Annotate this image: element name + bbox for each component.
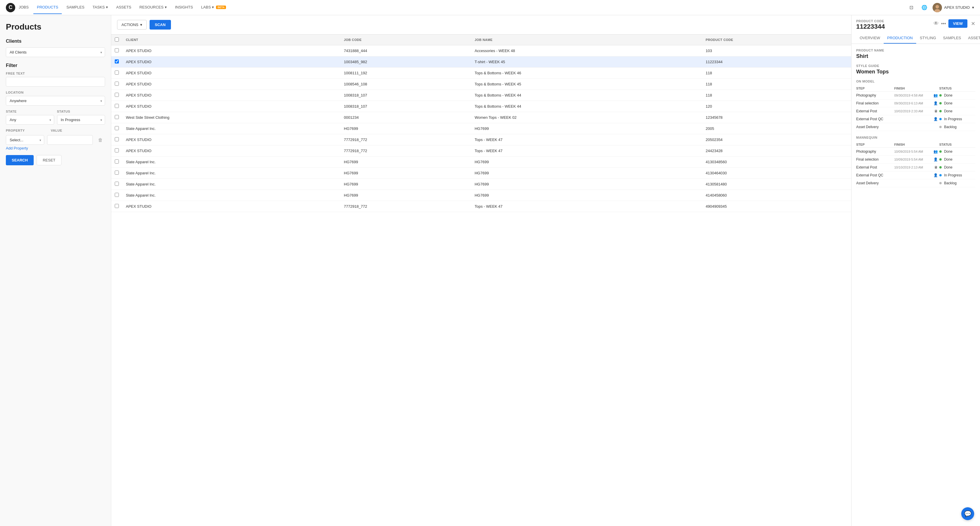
- table-row[interactable]: Slate Apparel Inc. HG7699 HG7699 4130581…: [111, 179, 851, 190]
- tab-production[interactable]: PRODUCTION: [884, 33, 916, 44]
- nav-item-insights[interactable]: INSIGHTS: [172, 1, 196, 14]
- table-row[interactable]: Slate Apparel Inc. HG7699 HG7699 4130464…: [111, 168, 851, 179]
- table-row[interactable]: APEX STUDIO 7772918_772 Tops - WEEK 47 4…: [111, 201, 851, 212]
- table-row[interactable]: APEX STUDIO 1008318_107 Tops & Bottoms -…: [111, 90, 851, 101]
- delete-property-button[interactable]: 🗑: [96, 135, 105, 145]
- globe-icon-btn[interactable]: 🌐: [920, 3, 929, 12]
- row-checkbox[interactable]: [115, 115, 119, 119]
- table-row[interactable]: APEX STUDIO 1008318_107 Tops & Bottoms -…: [111, 101, 851, 112]
- chat-button[interactable]: 💬: [961, 507, 974, 520]
- state-select[interactable]: Any: [6, 115, 54, 125]
- row-job-name: HG7699: [471, 168, 702, 179]
- table-row[interactable]: Slate Apparel Inc. HG7699 HG7699 2005: [111, 123, 851, 134]
- mannequin-status-col: STATUS: [939, 141, 975, 148]
- row-checkbox[interactable]: [115, 126, 119, 130]
- property-select[interactable]: Select...: [6, 135, 44, 145]
- row-checkbox[interactable]: [115, 148, 119, 153]
- table-row[interactable]: West Side Street Clothing 0001234 Women …: [111, 112, 851, 123]
- eye-icon-btn[interactable]: 👁: [934, 21, 939, 27]
- reset-button[interactable]: RESET: [37, 155, 62, 165]
- nav-item-tasks[interactable]: TASKS ▾: [89, 1, 111, 14]
- table-row[interactable]: APEX STUDIO 1003485_982 T-shirt - WEEK 4…: [111, 56, 851, 68]
- tab-overview[interactable]: OVERVIEW: [856, 33, 884, 44]
- row-checkbox[interactable]: [115, 204, 119, 208]
- nav-item-jobs[interactable]: JOBS: [15, 1, 32, 14]
- row-job-code: 7772918_772: [340, 134, 471, 145]
- on-model-step-row: External Post QC 👤 In Progress: [856, 115, 975, 123]
- row-checkbox-cell: [111, 123, 123, 134]
- row-checkbox[interactable]: [115, 93, 119, 97]
- row-job-name: HG7699: [471, 179, 702, 190]
- user-area[interactable]: APEX STUDIO ▾: [932, 3, 974, 12]
- close-panel-btn[interactable]: ✕: [971, 21, 975, 27]
- table-row[interactable]: APEX STUDIO 7431888_444 Accessories - WE…: [111, 45, 851, 56]
- row-job-name: HG7699: [471, 123, 702, 134]
- more-options-btn[interactable]: •••: [941, 21, 946, 26]
- row-checkbox[interactable]: [115, 104, 119, 108]
- step-name: External Post: [856, 107, 894, 115]
- select-all-checkbox[interactable]: [115, 37, 119, 41]
- table-row[interactable]: APEX STUDIO 7772918_772 Tops - WEEK 47 2…: [111, 134, 851, 145]
- table-row[interactable]: APEX STUDIO 1008111_192 Tops & Bottoms -…: [111, 68, 851, 79]
- table-row[interactable]: Slate Apparel Inc. HG7699 HG7699 4130348…: [111, 157, 851, 168]
- on-model-section-title: ON MODEL: [856, 79, 975, 83]
- mannequin-section-title: MANNEQUIN: [856, 136, 975, 139]
- view-button[interactable]: VIEW: [948, 19, 967, 28]
- status-text: Done: [944, 109, 953, 113]
- status-dot: [939, 102, 942, 105]
- scan-button[interactable]: SCAN: [150, 20, 171, 30]
- tab-samples[interactable]: SAMPLES: [940, 33, 964, 44]
- status-select[interactable]: In Progress: [57, 115, 105, 125]
- top-nav: C JOBS PRODUCTS SAMPLES TASKS ▾ ASSETS R…: [0, 0, 980, 15]
- table-row[interactable]: Slate Apparel Inc. HG7699 HG7699 4140458…: [111, 190, 851, 201]
- table-row[interactable]: APEX STUDIO 7772918_772 Tops - WEEK 47 2…: [111, 145, 851, 157]
- nav-item-products[interactable]: PRODUCTS: [33, 1, 62, 14]
- row-job-code: HG7699: [340, 168, 471, 179]
- search-button[interactable]: SEARCH: [6, 155, 33, 165]
- location-select[interactable]: Anywhere: [6, 96, 105, 106]
- value-input[interactable]: [47, 135, 93, 145]
- nav-item-assets[interactable]: ASSETS: [113, 1, 135, 14]
- step-name: Photography: [856, 148, 894, 156]
- row-product-code: 4130348560: [702, 157, 851, 168]
- clients-select[interactable]: All Clients: [6, 48, 105, 57]
- table-row[interactable]: APEX STUDIO 1008546_108 Tops & Bottoms -…: [111, 79, 851, 90]
- logo[interactable]: C: [6, 3, 15, 12]
- actions-button[interactable]: ACTIONS ▾: [117, 20, 146, 30]
- tab-styling[interactable]: STYLING: [916, 33, 940, 44]
- mannequin-step-row: Final selection 10/09/2019 5:54 AM 👤 Don…: [856, 156, 975, 164]
- row-checkbox[interactable]: [115, 82, 119, 86]
- row-checkbox[interactable]: [115, 48, 119, 52]
- row-checkbox[interactable]: [115, 170, 119, 175]
- on-model-status-col: STATUS: [939, 86, 975, 92]
- row-checkbox[interactable]: [115, 193, 119, 197]
- on-model-icon-col: [932, 86, 939, 92]
- row-checkbox[interactable]: [115, 59, 119, 64]
- nav-item-resources[interactable]: RESOURCES ▾: [136, 1, 170, 14]
- style-guide-field: STYLE GUIDE Women Tops: [856, 64, 975, 75]
- step-name: External Post QC: [856, 115, 894, 123]
- step-finish: [894, 115, 932, 123]
- step-status: Backlog: [939, 180, 975, 187]
- inbox-icon-btn[interactable]: ⊡: [907, 3, 916, 12]
- row-job-name: HG7699: [471, 157, 702, 168]
- nav-item-labs[interactable]: LABS ▾ BETA: [197, 1, 229, 14]
- col-client: CLIENT: [123, 35, 340, 45]
- property-value-row: PROPERTY VALUE Select... ▾ 🗑: [6, 129, 105, 145]
- row-checkbox[interactable]: [115, 137, 119, 141]
- add-property-link[interactable]: Add Property: [6, 146, 105, 150]
- product-name-value: Shirt: [856, 53, 975, 59]
- row-client: APEX STUDIO: [123, 90, 340, 101]
- row-checkbox[interactable]: [115, 70, 119, 75]
- col-job-name: JOB NAME: [471, 35, 702, 45]
- step-icon: [932, 123, 939, 131]
- free-text-input[interactable]: [6, 77, 105, 87]
- row-checkbox[interactable]: [115, 182, 119, 186]
- status-dot: [939, 110, 942, 112]
- row-checkbox[interactable]: [115, 159, 119, 164]
- step-status: In Progress: [939, 115, 975, 123]
- tab-assets[interactable]: ASSETS: [964, 33, 980, 44]
- row-product-code: 12345678: [702, 112, 851, 123]
- step-status: Done: [939, 107, 975, 115]
- nav-item-samples[interactable]: SAMPLES: [63, 1, 88, 14]
